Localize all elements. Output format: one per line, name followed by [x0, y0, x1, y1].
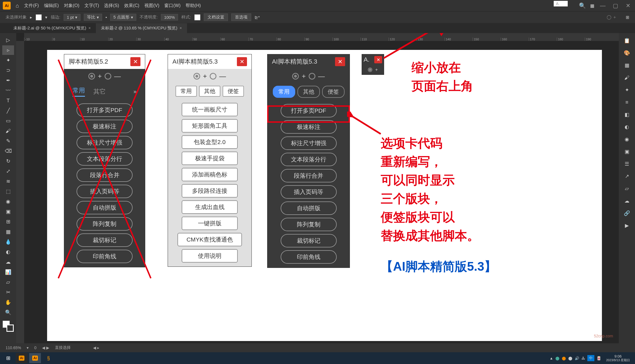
radio-option[interactable] [309, 73, 315, 80]
script-button[interactable]: CMYK查找潘通色 [177, 233, 242, 246]
script-button[interactable]: 印前角线 [77, 250, 133, 263]
fill-swatch[interactable] [36, 14, 42, 20]
stroke-weight[interactable]: 1 pt ▾ [64, 14, 80, 21]
style-swatch[interactable] [194, 14, 200, 20]
script-button[interactable]: 自动拼版 [77, 201, 133, 214]
panel-close-button[interactable]: ✕ [130, 57, 140, 66]
transparency-icon[interactable]: ◐ [621, 122, 633, 132]
zoom-level[interactable]: 110.65% [6, 346, 21, 350]
links-icon[interactable]: 🔗 [621, 208, 633, 219]
graph-tool[interactable]: 📊 [2, 267, 14, 277]
tab-other[interactable]: 其它 [93, 87, 106, 96]
start-button[interactable]: ⊞ [2, 353, 14, 363]
graphic-styles-icon[interactable]: ▣ [621, 146, 633, 157]
corner-dropdown[interactable]: 5 点圆形 ▾ [110, 14, 136, 21]
doc-setup-button[interactable]: 文档设置 [204, 13, 228, 21]
close-button[interactable]: ✕ [624, 2, 632, 9]
radio-option[interactable] [368, 68, 372, 72]
arrange-icon[interactable]: ▦ [590, 3, 594, 8]
artboards-icon[interactable]: ▱ [621, 183, 633, 194]
brushes-icon[interactable]: 🖌 [621, 72, 633, 83]
radio-option[interactable] [292, 73, 299, 80]
curvature-tool[interactable]: 〰 [2, 86, 14, 95]
script-button[interactable]: 包装盒型2.0 [182, 135, 238, 149]
hand-tool[interactable]: ✋ [2, 298, 14, 307]
shaper-tool[interactable]: ✎ [2, 136, 14, 146]
taskbar-app-ai[interactable]: Ai [16, 353, 27, 363]
play-icon[interactable]: ▶ [621, 220, 633, 231]
menu-view[interactable]: 视图(V) [144, 3, 159, 9]
menu-file[interactable]: 文件(F) [24, 3, 39, 9]
wand-tool[interactable]: ✦ [2, 55, 14, 65]
tab-common[interactable]: 常用 [73, 86, 85, 97]
ime-indicator[interactable]: 中 [587, 355, 594, 361]
close-icon[interactable]: × [179, 26, 182, 30]
preferences-button[interactable]: 首选项 [231, 13, 251, 21]
tray-icon[interactable]: ⬤ [555, 356, 560, 360]
script-button[interactable]: 文本段落分行 [281, 153, 337, 166]
chevron-right-icon[interactable]: » [133, 88, 137, 95]
tray-icon[interactable]: ⬤ [562, 356, 566, 360]
script-button[interactable]: 裁切标记 [281, 234, 337, 247]
eraser-tool[interactable]: ⌫ [2, 146, 14, 156]
tray-icon[interactable]: ⬤ [568, 356, 572, 360]
script-button[interactable]: 插入页码等 [281, 185, 337, 199]
tab-notes[interactable]: 便签 [223, 86, 244, 97]
close-icon[interactable]: × [88, 26, 91, 30]
asset-export-icon[interactable]: ↗ [621, 171, 633, 182]
blend-tool[interactable]: ◐ [2, 247, 14, 257]
rectangle-tool[interactable]: ▭ [2, 116, 14, 126]
menu-effect[interactable]: 效果(C) [124, 3, 139, 9]
menu-type[interactable]: 文字(T) [84, 3, 99, 9]
script-button[interactable]: 阵列复制 [77, 217, 133, 231]
script-button[interactable]: 标注尺寸增强 [281, 136, 337, 150]
script-button[interactable]: 生成出血线 [182, 200, 238, 214]
layers-icon[interactable]: ☰ [621, 159, 633, 169]
minimize-button[interactable]: — [599, 3, 607, 9]
tab-notes[interactable]: 便签 [322, 86, 345, 98]
taskbar-app-ai-active[interactable]: Ai [29, 353, 41, 363]
doc-tab-2[interactable]: 未标题-2 @ 110.65 % (CMYK/CPU 预览)× [96, 23, 187, 33]
pen-tool[interactable]: ✒ [2, 76, 14, 85]
tab-common[interactable]: 常用 [273, 86, 295, 98]
type-tool[interactable]: T [2, 96, 14, 105]
script-button[interactable]: 印前角线 [281, 250, 337, 264]
menu-object[interactable]: 对象(O) [64, 3, 79, 9]
libraries-icon[interactable]: ☁ [621, 196, 633, 206]
appearance-icon[interactable]: ◉ [621, 134, 633, 145]
script-button[interactable]: 打开多页PDF [77, 103, 133, 117]
script-button[interactable]: 插入页码等 [77, 185, 133, 198]
gradient-icon[interactable]: ◧ [621, 109, 633, 120]
panel-close-button[interactable]: ✕ [237, 57, 247, 66]
properties-icon[interactable]: 📋 [621, 35, 633, 46]
script-button[interactable]: 文本段落分行 [77, 152, 133, 166]
menu-edit[interactable]: 编辑(E) [44, 3, 59, 9]
panel-close-button[interactable]: ✕ [335, 57, 345, 66]
uniform-dropdown[interactable]: 等比 ▾ [84, 14, 102, 21]
home-icon[interactable]: ⌂ [16, 3, 19, 9]
eyedropper-tool[interactable]: 💧 [2, 237, 14, 247]
script-button[interactable]: 多段路径连接 [182, 184, 238, 198]
script-button[interactable]: 统一画板尺寸 [182, 103, 238, 116]
mesh-tool[interactable]: ⊞ [2, 217, 14, 226]
rotate-tool[interactable]: ↻ [2, 156, 14, 166]
tab-other[interactable]: 其他 [199, 86, 220, 97]
line-tool[interactable]: ╱ [2, 106, 14, 115]
tab-common[interactable]: 常用 [176, 86, 197, 97]
script-button[interactable]: 添加画稿色标 [182, 168, 238, 181]
script-button[interactable]: 段落行合并 [281, 169, 337, 182]
tray-icon[interactable]: ▲ [549, 356, 553, 360]
radio-option[interactable] [88, 73, 95, 80]
align-icon[interactable]: ⊵* [255, 15, 260, 20]
system-clock[interactable]: 9:06 2023/8/13 星期日 [603, 354, 633, 362]
script-button[interactable]: 极速标注 [77, 120, 133, 133]
radio-option[interactable] [210, 73, 216, 80]
script-button[interactable]: 阵列复制 [281, 218, 337, 231]
ime-icon[interactable]: 🀄 [597, 356, 601, 360]
script-button[interactable]: 裁切标记 [77, 233, 133, 247]
panel-toggle-icon[interactable]: ⊞ [626, 15, 629, 20]
script-button[interactable]: 使用说明 [182, 249, 238, 263]
color-icon[interactable]: 🎨 [621, 48, 633, 58]
artboard-nav[interactable]: 0 [34, 346, 36, 350]
menu-help[interactable]: 帮助(H) [186, 3, 201, 9]
